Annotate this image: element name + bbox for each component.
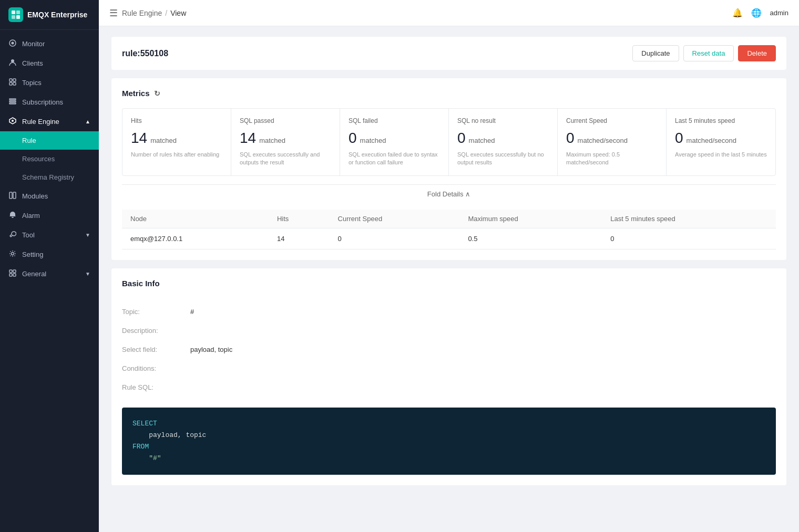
col-last5-speed: Last 5 minutes speed xyxy=(602,210,776,228)
svg-rect-11 xyxy=(9,99,16,100)
svg-rect-3 xyxy=(16,15,20,19)
sidebar-item-label: Topics xyxy=(22,79,42,87)
rule-engine-submenu: Rule Resources Schema Registry xyxy=(0,131,99,186)
basic-info-grid: Topic: # Description: Select field: payl… xyxy=(122,298,776,401)
info-value-topic: # xyxy=(190,308,194,316)
sidebar-item-tool[interactable]: Tool ▼ xyxy=(0,225,99,245)
reset-data-button[interactable]: Reset data xyxy=(683,45,734,61)
metric-sql-passed-label: SQL passed xyxy=(240,117,331,124)
chevron-down-icon-2: ▼ xyxy=(85,271,90,277)
info-row-select-field: Select field: payload, topic xyxy=(122,340,776,359)
metric-hits-number: 14 xyxy=(131,130,147,147)
metrics-section-title: Metrics ↻ xyxy=(122,89,776,98)
sidebar-item-subscriptions[interactable]: Subscriptions xyxy=(0,92,99,112)
sidebar-item-rule-engine[interactable]: Rule Engine ▲ xyxy=(0,112,99,131)
info-label-rule-sql: Rule SQL: xyxy=(122,383,190,391)
code-keyword-from: FROM xyxy=(132,443,149,451)
info-row-topic: Topic: # xyxy=(122,302,776,321)
svg-rect-18 xyxy=(9,270,12,273)
metric-sql-passed-desc: SQL executes successfully and outputs th… xyxy=(240,151,331,167)
basic-info-title: Basic Info xyxy=(122,279,776,288)
svg-rect-21 xyxy=(13,274,16,276)
metric-sql-no-result-label: SQL no result xyxy=(457,117,549,124)
page-actions: Duplicate Reset data Delete xyxy=(632,45,776,61)
fold-details-toggle[interactable]: Fold Details ∧ xyxy=(122,184,776,203)
sidebar-logo: EMQX Enterprise xyxy=(0,0,99,30)
code-line-2: payload, topic xyxy=(132,430,765,441)
sidebar-item-resources[interactable]: Resources xyxy=(0,150,99,168)
user-label[interactable]: admin xyxy=(770,9,788,17)
modules-icon xyxy=(8,192,17,201)
page-title: rule:550108 xyxy=(122,49,168,58)
metrics-detail-table: Node Hits Current Speed Maximum speed La… xyxy=(122,210,776,249)
sidebar-item-label: Alarm xyxy=(22,212,40,220)
metric-sql-failed: SQL failed 0 matched SQL execution faile… xyxy=(340,109,449,175)
sidebar-item-general[interactable]: General ▼ xyxy=(0,264,99,284)
info-row-conditions: Conditions: xyxy=(122,359,776,378)
info-label-topic: Topic: xyxy=(122,308,190,316)
metric-sql-passed-number: 14 xyxy=(240,130,256,147)
sidebar-item-topics[interactable]: Topics xyxy=(0,73,99,92)
metric-current-speed: Current Speed 0 matched/second Maximum s… xyxy=(558,109,667,175)
sidebar-item-label: Subscriptions xyxy=(22,98,63,106)
notification-icon[interactable]: 🔔 xyxy=(732,8,743,18)
metric-hits: Hits 14 matched Number of rules hits aft… xyxy=(122,109,231,175)
metric-sql-no-result-value: 0 matched xyxy=(457,130,549,147)
metric-last5-speed-desc: Average speed in the last 5 minutes xyxy=(675,151,767,159)
topics-icon xyxy=(8,78,17,87)
sidebar-item-label: Schema Registry xyxy=(22,173,74,181)
monitor-icon xyxy=(8,39,17,48)
delete-button[interactable]: Delete xyxy=(738,45,776,61)
metric-last5-speed-value: 0 matched/second xyxy=(675,130,767,147)
code-value-fields: payload, topic xyxy=(132,431,206,439)
cell-current-speed: 0 xyxy=(330,228,460,249)
tool-icon xyxy=(8,231,17,239)
code-keyword-select: SELECT xyxy=(132,420,157,427)
svg-rect-12 xyxy=(9,101,16,102)
sidebar-item-clients[interactable]: Clients xyxy=(0,54,99,73)
language-icon[interactable]: 🌐 xyxy=(751,8,762,18)
metric-current-speed-unit: matched/second xyxy=(578,137,628,144)
svg-rect-10 xyxy=(13,82,16,85)
sidebar-item-rule[interactable]: Rule xyxy=(0,131,99,150)
metric-sql-no-result: SQL no result 0 matched SQL executes suc… xyxy=(449,109,558,175)
info-row-rule-sql: Rule SQL: xyxy=(122,378,776,397)
sidebar-item-schema-registry[interactable]: Schema Registry xyxy=(0,168,99,186)
sidebar-item-label: Clients xyxy=(22,59,43,67)
col-max-speed: Maximum speed xyxy=(459,210,602,228)
sidebar: EMQX Enterprise Monitor Clients Topics xyxy=(0,0,99,532)
breadcrumb: Rule Engine / View xyxy=(122,9,186,17)
sidebar-item-monitor[interactable]: Monitor xyxy=(0,34,99,54)
code-line-4: "#" xyxy=(132,453,765,464)
col-current-speed: Current Speed xyxy=(330,210,460,228)
table-row: emqx@127.0.0.1 14 0 0.5 0 xyxy=(122,228,776,249)
sidebar-item-label: Monitor xyxy=(22,40,45,48)
sidebar-item-label: Tool xyxy=(22,231,35,239)
sidebar-item-modules[interactable]: Modules xyxy=(0,186,99,206)
metric-sql-failed-desc: SQL execution failed due to syntax or fu… xyxy=(349,151,440,167)
metric-sql-passed-value: 14 matched xyxy=(240,130,331,147)
svg-rect-1 xyxy=(16,11,20,14)
svg-rect-19 xyxy=(13,270,16,273)
duplicate-button[interactable]: Duplicate xyxy=(632,45,679,61)
metric-sql-failed-label: SQL failed xyxy=(349,117,440,124)
svg-rect-16 xyxy=(13,192,16,199)
refresh-icon[interactable]: ↻ xyxy=(154,89,160,98)
sidebar-item-label: Modules xyxy=(22,192,48,200)
info-label-conditions: Conditions: xyxy=(122,364,190,372)
code-line-1: SELECT xyxy=(132,418,765,430)
breadcrumb-parent[interactable]: Rule Engine xyxy=(122,9,162,17)
metric-hits-label: Hits xyxy=(131,117,222,124)
alarm-icon xyxy=(8,211,17,220)
metric-hits-value: 14 matched xyxy=(131,130,222,147)
sidebar-item-setting[interactable]: Setting xyxy=(0,245,99,264)
content-area: rule:550108 Duplicate Reset data Delete … xyxy=(99,26,799,532)
sidebar-item-alarm[interactable]: Alarm xyxy=(0,206,99,225)
metric-sql-failed-value: 0 matched xyxy=(349,130,440,147)
svg-point-17 xyxy=(12,253,14,255)
menu-toggle-icon[interactable]: ☰ xyxy=(109,7,118,19)
rule-engine-icon xyxy=(8,117,17,126)
col-hits: Hits xyxy=(269,210,330,228)
metric-sql-no-result-number: 0 xyxy=(457,130,466,147)
metric-sql-no-result-desc: SQL executes successfully but no output … xyxy=(457,151,549,167)
